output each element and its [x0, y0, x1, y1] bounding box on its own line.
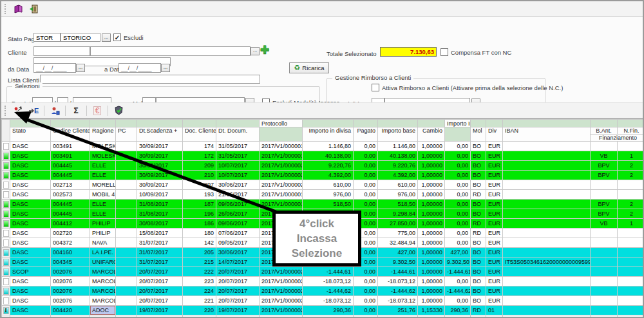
- cell-pagato[interactable]: 0,00: [354, 315, 378, 318]
- cell-div[interactable]: EUR: [486, 209, 503, 219]
- cell-pc[interactable]: [116, 238, 137, 248]
- grid-row[interactable]: DASC002076MARCOLI20/07/201722120/07/2017…: [2, 296, 644, 306]
- row-selector[interactable]: [2, 200, 10, 209]
- cell-n-fin[interactable]: [618, 306, 644, 315]
- cell-n-fin[interactable]: 2: [618, 161, 644, 171]
- cell-ragione-sociale[interactable]: ADOC: [90, 306, 116, 315]
- cell-codice-cliente[interactable]: 002713: [51, 180, 90, 190]
- cell-pc[interactable]: [116, 229, 137, 238]
- cell-doc-cliente[interactable]: 172: [183, 151, 216, 161]
- cell-codice-cliente[interactable]: 004160: [51, 248, 90, 257]
- cell-dt-scadenza[interactable]: 30/09/2017: [137, 180, 183, 190]
- cell-importo-divisa[interactable]: 1.146,80: [303, 142, 354, 151]
- header-cambio[interactable]: Cambio: [418, 127, 445, 142]
- cell-iban[interactable]: [503, 209, 591, 219]
- cell-n-fin[interactable]: [618, 315, 644, 318]
- cell-protocollo[interactable]: 2017/V1/00000130: [260, 315, 303, 318]
- grid-row[interactable]: DASC004445ELLE31/08/201718709/06/2017201…: [2, 200, 644, 209]
- cell-n-fin[interactable]: 2: [618, 200, 644, 209]
- cell-importo-incasso[interactable]: 0,00: [445, 161, 471, 171]
- cell-b-ant[interactable]: [591, 238, 618, 248]
- cell-cambio[interactable]: 1,00000: [418, 180, 445, 190]
- cell-cambio[interactable]: 1,00000: [418, 171, 445, 180]
- cell-importo-divisa[interactable]: -18.073,12: [303, 296, 354, 306]
- cell-dt-scadenza[interactable]: 15/08/2017: [137, 229, 183, 238]
- cell-mol[interactable]: BO: [471, 142, 486, 151]
- header-pc[interactable]: PC: [116, 127, 137, 142]
- cell-ragione-sociale[interactable]: MOBIL 4: [90, 190, 116, 200]
- header-pagato[interactable]: Pagato: [354, 127, 378, 142]
- cell-stato[interactable]: DASC: [10, 238, 51, 248]
- cell-importo-base[interactable]: 40.138,00: [378, 151, 418, 161]
- cell-iban[interactable]: [503, 142, 591, 151]
- cell-stato[interactable]: DASC: [10, 286, 51, 296]
- header-importo-base[interactable]: Importo base: [378, 127, 418, 142]
- cell-pagato[interactable]: 0,00: [354, 161, 378, 171]
- cell-pc[interactable]: [116, 257, 137, 267]
- cell-div[interactable]: EUR: [486, 257, 503, 267]
- cell-dt-docum[interactable]: 10/07/2017: [216, 171, 260, 180]
- cell-doc-cliente[interactable]: 222: [183, 267, 216, 277]
- euro-button[interactable]: €: [90, 104, 104, 117]
- cell-iban[interactable]: [503, 315, 591, 318]
- cliente-code-field[interactable]: [33, 46, 90, 56]
- cell-dt-scadenza[interactable]: 30/08/2017: [137, 219, 183, 229]
- row-selector[interactable]: [2, 238, 10, 248]
- cell-importo-incasso[interactable]: -1.444,61: [445, 267, 471, 277]
- cell-mol[interactable]: BO: [471, 200, 486, 209]
- grid-row[interactable]: DASC002076MARCOLI20/07/201722420/07/2017…: [2, 286, 644, 296]
- cell-importo-divisa[interactable]: -1.444,61: [303, 267, 354, 277]
- header-band[interactable]: [183, 120, 216, 127]
- escludi-checkbox[interactable]: ✓ Escludi: [113, 33, 144, 41]
- cell-codice-cliente[interactable]: 002076: [51, 286, 90, 296]
- cell-importo-incasso[interactable]: 0,00: [445, 277, 471, 286]
- cell-importo-divisa[interactable]: 290,36: [303, 306, 354, 315]
- help-book-button[interactable]: [11, 3, 25, 15]
- row-selector[interactable]: [2, 190, 10, 200]
- cell-div[interactable]: EUR: [486, 286, 503, 296]
- cell-n-fin[interactable]: [618, 296, 644, 306]
- cell-ragione-sociale[interactable]: MOLESKI: [90, 151, 116, 161]
- header-band[interactable]: [445, 127, 471, 142]
- cell-mol[interactable]: BO: [471, 209, 486, 219]
- cell-protocollo[interactable]: 2017/V1/00000207: [260, 180, 303, 190]
- row-selector[interactable]: [2, 267, 10, 277]
- cell-pagato[interactable]: 0,00: [354, 267, 378, 277]
- cell-pagato[interactable]: 0,00: [354, 151, 378, 161]
- cell-iban[interactable]: [503, 229, 591, 238]
- cliente-name-field[interactable]: [90, 46, 251, 56]
- cell-ragione-sociale[interactable]: NAVA: [90, 315, 116, 318]
- cell-pc[interactable]: [116, 219, 137, 229]
- row-selector[interactable]: [2, 219, 10, 229]
- cell-div[interactable]: EUR: [486, 161, 503, 171]
- cell-importo-base[interactable]: 775,00: [378, 229, 418, 238]
- cell-div[interactable]: EUR: [486, 180, 503, 190]
- cell-dt-scadenza[interactable]: 30/09/2017: [137, 142, 183, 151]
- cell-iban[interactable]: [503, 161, 591, 171]
- cell-b-ant[interactable]: BPV: [591, 171, 618, 180]
- row-selector[interactable]: [2, 248, 10, 257]
- header-band[interactable]: [90, 120, 116, 127]
- cell-ragione-sociale[interactable]: LA.I.PE.: [90, 248, 116, 257]
- cell-pc[interactable]: [116, 306, 137, 315]
- cliente-browse-button[interactable]: ...: [251, 47, 260, 55]
- cell-stato[interactable]: DASC: [10, 180, 51, 190]
- header-band[interactable]: [486, 120, 503, 127]
- cell-codice-cliente[interactable]: 002573: [51, 190, 90, 200]
- header-band[interactable]: [591, 120, 618, 127]
- cell-pc[interactable]: [116, 267, 137, 277]
- cell-dt-scadenza[interactable]: 31/07/2017: [137, 248, 183, 257]
- cell-mol[interactable]: BO: [471, 277, 486, 286]
- header-band[interactable]: [51, 120, 90, 127]
- cell-importo-incasso[interactable]: 0,00: [445, 219, 471, 229]
- cell-dt-docum[interactable]: 20/07/2017: [216, 286, 260, 296]
- cell-doc-cliente[interactable]: 174: [183, 142, 216, 151]
- cell-codice-cliente[interactable]: 003491: [51, 142, 90, 151]
- row-selector[interactable]: [2, 180, 10, 190]
- cell-dt-docum[interactable]: 09/05/2017: [216, 238, 260, 248]
- cell-dt-docum[interactable]: 09/06/2017: [216, 219, 260, 229]
- cell-importo-incasso[interactable]: 0,00: [445, 315, 471, 318]
- cell-mol[interactable]: BO: [471, 238, 486, 248]
- cell-n-fin[interactable]: [618, 180, 644, 190]
- cell-b-ant[interactable]: BPV: [591, 161, 618, 171]
